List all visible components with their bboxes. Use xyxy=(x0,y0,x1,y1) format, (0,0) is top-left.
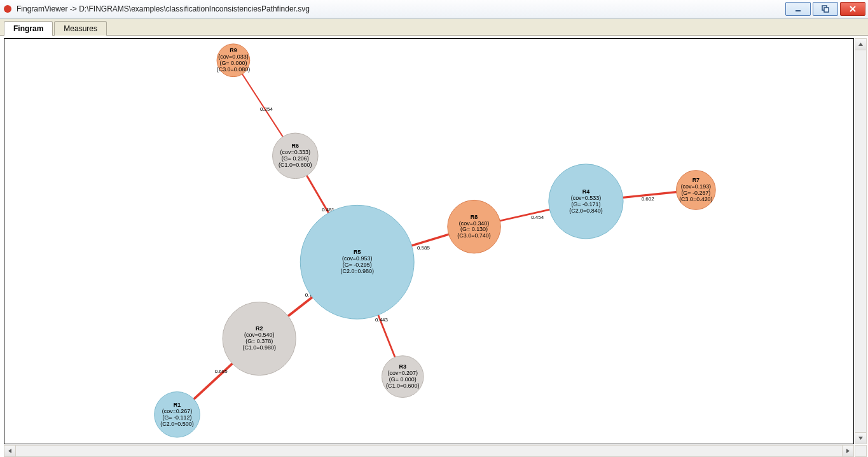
content-area: 0.2540.4810.5850.4540.6020.7150.6850.443… xyxy=(0,36,868,457)
svg-marker-17 xyxy=(8,449,11,453)
scroll-down-button[interactable] xyxy=(855,432,866,444)
graph-svg: 0.2540.4810.5850.4540.6020.7150.6850.443… xyxy=(4,39,853,444)
node-label: (G= 0.130) xyxy=(460,226,488,232)
node-R7[interactable]: R7(cov=0.193)(G= -0.267)(C3.0=0.420) xyxy=(677,171,716,210)
node-label: (C2.0=0.500) xyxy=(160,421,193,427)
node-label: (G= -0.295) xyxy=(343,262,372,268)
node-R2[interactable]: R2(cov=0.540)(G= 0.378)(C1.0=0.980) xyxy=(223,302,296,375)
node-R8[interactable]: R8(cov=0.340)(G= 0.130)(C3.0=0.740) xyxy=(448,200,500,253)
tab-fingram[interactable]: Fingram xyxy=(4,21,53,36)
node-label: (C1.0=0.600) xyxy=(279,162,312,168)
node-R5[interactable]: R5(cov=0.953)(G= -0.295)(C2.0=0.980) xyxy=(300,205,414,319)
vertical-scrollbar[interactable] xyxy=(855,38,867,444)
node-label: (cov=0.267) xyxy=(162,408,192,414)
tab-measures[interactable]: Measures xyxy=(54,21,107,36)
node-label: (cov=0.533) xyxy=(571,195,601,201)
svg-rect-1 xyxy=(796,10,801,11)
node-label: (cov=0.540) xyxy=(244,332,274,338)
node-label: (C3.0=0.740) xyxy=(457,232,490,239)
node-label: (G= -0.267) xyxy=(681,190,710,196)
svg-marker-18 xyxy=(846,449,850,453)
titlebar: FingramViewer -> D:\FINGRAMS\examples\cl… xyxy=(0,0,868,18)
edge-label-R5-R3: 0.443 xyxy=(375,317,388,323)
node-label: (cov=0.340) xyxy=(459,220,489,227)
node-label: (cov=0.033) xyxy=(218,53,248,60)
node-label: (C2.0=0.980) xyxy=(340,268,373,274)
edge-label-R2-R1: 0.685 xyxy=(215,369,228,374)
node-label: (cov=0.193) xyxy=(681,183,711,190)
edge-label-R5-R8: 0.585 xyxy=(417,245,430,251)
close-button[interactable] xyxy=(840,2,865,16)
node-R9[interactable]: R9(cov=0.033)(G= 0.000)(C3.0=0.080) xyxy=(217,44,250,77)
edge-label-R8-R4: 0.454 xyxy=(531,214,544,220)
window-title: FingramViewer -> D:\FINGRAMS\examples\cl… xyxy=(17,4,785,13)
svg-marker-16 xyxy=(858,437,863,440)
node-label: (C1.0=0.980) xyxy=(242,344,275,351)
node-label: (G= 0.000) xyxy=(219,60,247,66)
node-R6[interactable]: R6(cov=0.333)(G= 0.206)(C1.0=0.600) xyxy=(273,133,319,179)
maximize-button[interactable] xyxy=(813,2,838,16)
graph-canvas[interactable]: 0.2540.4810.5850.4540.6020.7150.6850.443… xyxy=(4,38,854,444)
node-label: (cov=0.207) xyxy=(388,370,418,376)
node-label: R4 xyxy=(582,188,589,195)
scroll-up-button[interactable] xyxy=(855,39,866,50)
node-label: R2 xyxy=(256,325,263,332)
edge-label-R4-R7: 0.602 xyxy=(642,196,654,202)
node-R3[interactable]: R3(cov=0.207)(G= 0.000)(C1.0=0.600) xyxy=(382,356,424,398)
node-label: (G= 0.000) xyxy=(389,376,417,383)
svg-marker-15 xyxy=(858,43,863,46)
node-R4[interactable]: R4(cov=0.533)(G= -0.171)(C2.0=0.840) xyxy=(549,164,623,239)
node-label: (C2.0=0.840) xyxy=(569,207,602,214)
node-label: R5 xyxy=(354,249,361,255)
node-label: R9 xyxy=(230,47,237,53)
svg-rect-3 xyxy=(824,8,829,12)
node-R1[interactable]: R1(cov=0.267)(G= -0.112)(C2.0=0.500) xyxy=(155,392,200,438)
svg-point-0 xyxy=(4,5,11,13)
node-label: (G= 0.206) xyxy=(282,155,309,162)
tab-strip: Fingram Measures xyxy=(0,18,868,36)
node-label: (G= -0.171) xyxy=(571,201,600,207)
node-label: (C1.0=0.600) xyxy=(386,383,419,389)
node-label: (G= -0.112) xyxy=(163,414,192,421)
edge-label-R9-R6: 0.254 xyxy=(260,106,273,112)
scroll-right-button[interactable] xyxy=(842,446,853,456)
node-label: R3 xyxy=(399,363,406,370)
node-label: R1 xyxy=(174,402,181,408)
horizontal-scrollbar[interactable] xyxy=(4,445,854,457)
node-label: R6 xyxy=(292,143,299,149)
window-buttons xyxy=(785,2,865,16)
node-label: (C3.0=0.080) xyxy=(217,66,250,73)
node-label: (C3.0=0.420) xyxy=(679,196,712,202)
node-label: (cov=0.953) xyxy=(342,255,372,262)
node-label: (G= 0.378) xyxy=(245,338,273,344)
scroll-left-button[interactable] xyxy=(4,446,16,456)
node-label: R7 xyxy=(692,177,699,183)
app-icon xyxy=(3,4,13,14)
node-label: R8 xyxy=(471,214,478,220)
scroll-corner xyxy=(855,445,867,457)
node-label: (cov=0.333) xyxy=(280,149,310,155)
minimize-button[interactable] xyxy=(785,2,811,16)
